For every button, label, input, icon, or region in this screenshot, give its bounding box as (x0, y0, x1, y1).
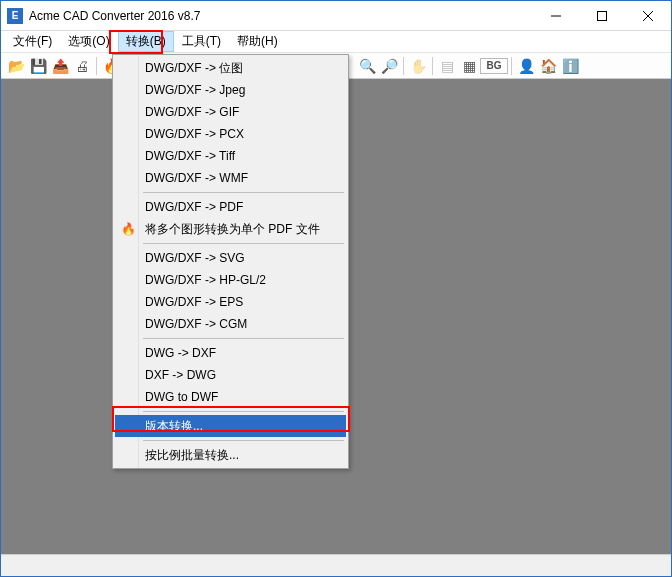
dd-dwg-tiff[interactable]: DWG/DXF -> Tiff (115, 145, 346, 167)
toolbar-separator (403, 57, 404, 75)
dd-dxf-dwg[interactable]: DXF -> DWG (115, 364, 346, 386)
dd-merge-pdf[interactable]: 🔥将多个图形转换为单个 PDF 文件 (115, 218, 346, 240)
grid-icon[interactable]: ▦ (458, 55, 480, 77)
user-icon[interactable]: 👤 (515, 55, 537, 77)
save-icon[interactable]: 💾 (27, 55, 49, 77)
dd-dwg-eps[interactable]: DWG/DXF -> EPS (115, 291, 346, 313)
dd-dwg-svg[interactable]: DWG/DXF -> SVG (115, 247, 346, 269)
hand-icon[interactable]: ✋ (407, 55, 429, 77)
dropdown-separator (143, 440, 344, 441)
dd-dwg-cgm[interactable]: DWG/DXF -> CGM (115, 313, 346, 335)
dd-dwg-dwf[interactable]: DWG to DWF (115, 386, 346, 408)
app-window: E Acme CAD Converter 2016 v8.7 文件(F) 选项(… (0, 0, 672, 577)
info-icon[interactable]: ℹ️ (559, 55, 581, 77)
toolbar-separator (511, 57, 512, 75)
dd-dwg-bitmap[interactable]: DWG/DXF -> 位图 (115, 57, 346, 79)
window-title: Acme CAD Converter 2016 v8.7 (29, 9, 533, 23)
menu-options[interactable]: 选项(O) (60, 31, 117, 52)
convert-dropdown: DWG/DXF -> 位图 DWG/DXF -> Jpeg DWG/DXF ->… (112, 54, 349, 469)
window-controls (533, 1, 671, 30)
bg-button[interactable]: BG (480, 58, 508, 74)
merge-pdf-icon: 🔥 (119, 220, 137, 238)
dd-dwg-pdf[interactable]: DWG/DXF -> PDF (115, 196, 346, 218)
export-icon[interactable]: 📤 (49, 55, 71, 77)
dropdown-separator (143, 192, 344, 193)
toolbar-separator (96, 57, 97, 75)
svg-rect-1 (598, 11, 607, 20)
layers-icon[interactable]: ▤ (436, 55, 458, 77)
dropdown-separator (143, 338, 344, 339)
toolbar-separator (432, 57, 433, 75)
dd-version-convert[interactable]: 版本转换... (115, 415, 346, 437)
close-button[interactable] (625, 1, 671, 30)
open-icon[interactable]: 📂 (5, 55, 27, 77)
dropdown-separator (143, 243, 344, 244)
menu-convert[interactable]: 转换(B) (118, 31, 174, 52)
minimize-button[interactable] (533, 1, 579, 30)
maximize-button[interactable] (579, 1, 625, 30)
zoom-in-icon[interactable]: 🔍 (356, 55, 378, 77)
title-bar: E Acme CAD Converter 2016 v8.7 (1, 1, 671, 31)
home-icon[interactable]: 🏠 (537, 55, 559, 77)
print-icon[interactable]: 🖨 (71, 55, 93, 77)
dd-dwg-jpeg[interactable]: DWG/DXF -> Jpeg (115, 79, 346, 101)
dropdown-separator (143, 411, 344, 412)
dd-dwg-hpgl[interactable]: DWG/DXF -> HP-GL/2 (115, 269, 346, 291)
dd-label: 将多个图形转换为单个 PDF 文件 (145, 221, 320, 238)
app-icon: E (7, 8, 23, 24)
zoom-out-icon[interactable]: 🔎 (378, 55, 400, 77)
dd-dwg-pcx[interactable]: DWG/DXF -> PCX (115, 123, 346, 145)
dd-batch-scale-convert[interactable]: 按比例批量转换... (115, 444, 346, 466)
menu-file[interactable]: 文件(F) (5, 31, 60, 52)
menu-bar: 文件(F) 选项(O) 转换(B) 工具(T) 帮助(H) (1, 31, 671, 53)
menu-help[interactable]: 帮助(H) (229, 31, 286, 52)
dd-dwg-wmf[interactable]: DWG/DXF -> WMF (115, 167, 346, 189)
dd-dwg-dxf[interactable]: DWG -> DXF (115, 342, 346, 364)
dd-dwg-gif[interactable]: DWG/DXF -> GIF (115, 101, 346, 123)
status-bar (1, 554, 671, 576)
menu-tools[interactable]: 工具(T) (174, 31, 229, 52)
